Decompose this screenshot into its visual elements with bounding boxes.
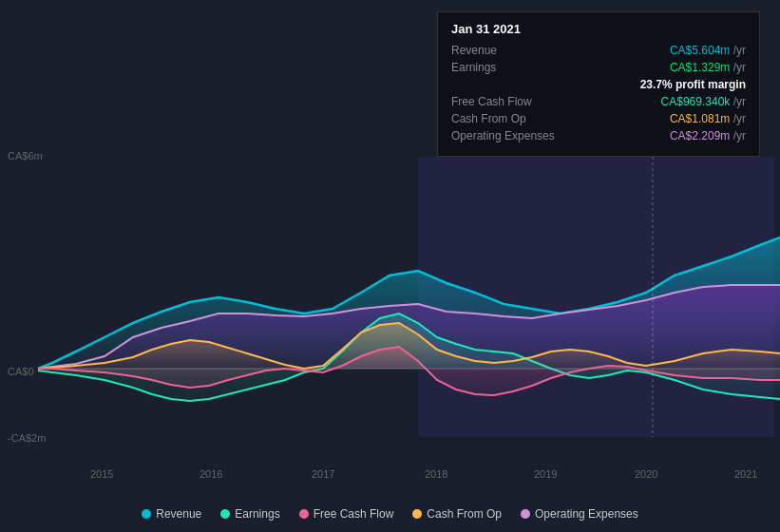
tooltip-panel: Jan 31 2021 Revenue CA$5.604m /yr Earnin… <box>437 11 760 157</box>
tooltip-fcf-value: CA$969.340k /yr <box>661 95 746 108</box>
tooltip-opex-value: CA$2.209m /yr <box>670 129 746 142</box>
legend-dot-fcf <box>299 509 309 519</box>
tooltip-revenue-row: Revenue CA$5.604m /yr <box>451 44 746 57</box>
legend-label-earnings: Earnings <box>235 507 279 521</box>
legend-label-fcf: Free Cash Flow <box>314 507 394 521</box>
legend-label-revenue: Revenue <box>156 507 201 521</box>
tooltip-cashfromop-value: CA$1.081m /yr <box>670 112 746 125</box>
legend-dot-revenue <box>142 509 151 519</box>
tooltip-opex-row: Operating Expenses CA$2.209m /yr <box>451 129 746 142</box>
legend-earnings[interactable]: Earnings <box>220 507 279 521</box>
legend-label-opex: Operating Expenses <box>535 507 638 521</box>
legend-dot-cashfromop <box>412 509 422 519</box>
tooltip-revenue-value: CA$5.604m /yr <box>670 44 746 57</box>
tooltip-earnings-value: CA$1.329m /yr <box>670 61 746 74</box>
tooltip-cashfromop-label: Cash From Op <box>451 112 526 125</box>
tooltip-opex-label: Operating Expenses <box>451 129 555 142</box>
tooltip-cashfromop-row: Cash From Op CA$1.081m /yr <box>451 112 746 125</box>
legend-revenue[interactable]: Revenue <box>142 507 201 521</box>
legend-fcf[interactable]: Free Cash Flow <box>299 507 394 521</box>
tooltip-fcf-row: Free Cash Flow CA$969.340k /yr <box>451 95 746 108</box>
legend-label-cashfromop: Cash From Op <box>427 507 502 521</box>
tooltip-revenue-label: Revenue <box>451 44 497 57</box>
legend-dot-earnings <box>220 509 230 519</box>
tooltip-fcf-label: Free Cash Flow <box>451 95 532 108</box>
tooltip-margin-row: 23.7% profit margin <box>451 78 746 91</box>
chart-legend: Revenue Earnings Free Cash Flow Cash Fro… <box>0 507 780 521</box>
legend-dot-opex <box>521 509 530 519</box>
tooltip-earnings-label: Earnings <box>451 61 496 74</box>
tooltip-date: Jan 31 2021 <box>451 22 746 36</box>
legend-cashfromop[interactable]: Cash From Op <box>412 507 502 521</box>
legend-opex[interactable]: Operating Expenses <box>521 507 638 521</box>
tooltip-earnings-row: Earnings CA$1.329m /yr <box>451 61 746 74</box>
